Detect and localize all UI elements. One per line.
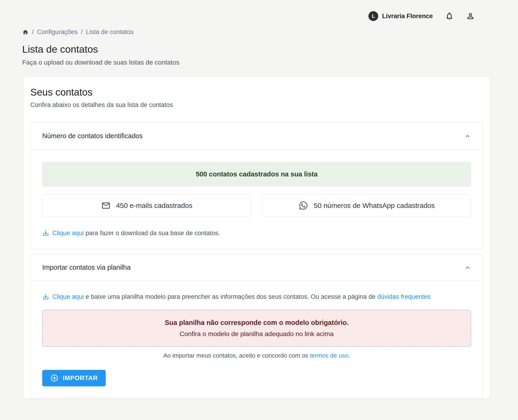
page-head: / Configurações / Lista de contatos List…	[22, 29, 491, 66]
download-icon[interactable]	[42, 230, 49, 237]
terms-of-use-link[interactable]: termos de uso.	[310, 352, 350, 359]
breadcrumb: / Configurações / Lista de contatos	[22, 29, 491, 36]
account-name: Livraria Florence	[382, 13, 433, 20]
import-button-label: IMPORTAR	[63, 375, 98, 382]
card-subtitle: Confira abaixo os detalhes da sua lista …	[30, 101, 483, 109]
avatar[interactable]: L	[368, 11, 378, 21]
import-contacts-title: Importar contatos via planilha	[42, 264, 131, 271]
whatsapp-count-box: 50 números de WhatsApp cadastrados	[262, 194, 471, 217]
terms-text: Ao importar meus contatos, aceito e conc…	[163, 352, 310, 359]
breadcrumb-configuracoes[interactable]: Configurações	[37, 29, 78, 36]
card-title: Seus contatos	[30, 87, 483, 98]
person-icon	[466, 12, 475, 21]
chevron-up-icon[interactable]	[464, 132, 472, 140]
faq-link[interactable]: dúvidas frequentes	[377, 293, 431, 300]
download-contacts-text: para fazer o download da sua base de con…	[84, 230, 220, 237]
whatsapp-icon	[298, 201, 308, 210]
terms-line: Ao importar meus contatos, aceito e conc…	[42, 352, 471, 359]
topbar: L Livraria Florence	[368, 11, 475, 21]
spreadsheet-error-banner: Sua planilha não corresponde com o model…	[42, 310, 471, 347]
plus-circle-icon	[50, 374, 59, 382]
download-contacts-line: Clique aqui para fazer o download da sua…	[42, 229, 471, 237]
import-contacts-section: Importar contatos via planilha Clique aq…	[30, 254, 483, 398]
chevron-up-icon[interactable]	[464, 264, 472, 271]
spreadsheet-error-title: Sua planilha não corresponde com o model…	[47, 319, 466, 327]
template-download-link[interactable]: Clique aqui	[52, 293, 84, 300]
page-subtitle: Faça o upload ou download de suas listas…	[22, 59, 491, 66]
contacts-card: Seus contatos Confira abaixo os detalhes…	[23, 77, 490, 398]
import-contacts-header[interactable]: Importar contatos via planilha	[31, 254, 483, 281]
notifications-button[interactable]	[445, 12, 454, 21]
home-icon[interactable]	[22, 29, 29, 35]
page-title: Lista de contatos	[22, 44, 491, 55]
bell-icon	[445, 12, 454, 21]
download-icon[interactable]	[42, 293, 49, 300]
identified-contacts-section: Número de contatos identificados 500 con…	[30, 122, 483, 249]
account-menu[interactable]: L Livraria Florence	[368, 11, 433, 21]
email-count-label: 450 e-mails cadastrados	[116, 202, 193, 210]
import-contacts-body: Clique aqui e baixe uma planilha modelo …	[31, 281, 483, 398]
whatsapp-count-label: 50 números de WhatsApp cadastrados	[314, 202, 435, 210]
breadcrumb-separator: /	[81, 29, 83, 36]
import-button[interactable]: IMPORTAR	[42, 370, 106, 386]
identified-contacts-title: Número de contatos identificados	[42, 132, 143, 140]
template-download-text: e baixe uma planilha modelo para preench…	[84, 293, 377, 300]
total-contacts-banner: 500 contatos cadastrados na sua lista	[42, 162, 471, 187]
breadcrumb-separator: /	[32, 29, 34, 36]
profile-button[interactable]	[466, 12, 475, 21]
identified-contacts-header[interactable]: Número de contatos identificados	[31, 122, 483, 150]
breadcrumb-current: Lista de contatos	[86, 29, 133, 36]
count-row: 450 e-mails cadastrados 50 números de Wh…	[42, 194, 471, 217]
email-count-box: 450 e-mails cadastrados	[42, 194, 251, 217]
mail-icon	[101, 201, 111, 210]
spreadsheet-error-subtitle: Confira o modelo de planilha adequado no…	[47, 330, 466, 338]
download-contacts-link[interactable]: Clique aqui	[52, 230, 84, 237]
template-download-line: Clique aqui e baixe uma planilha modelo …	[42, 292, 471, 301]
identified-contacts-body: 500 contatos cadastrados na sua lista 45…	[31, 150, 483, 249]
